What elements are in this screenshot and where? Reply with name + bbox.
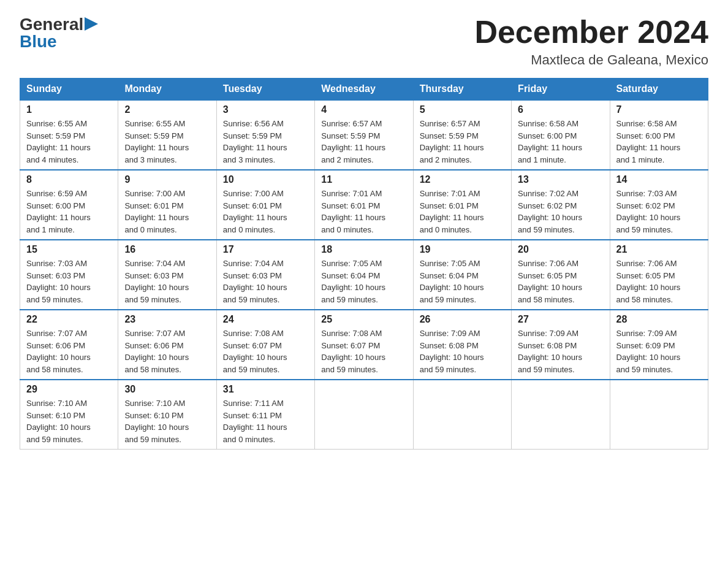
day-number: 11 [321, 174, 406, 185]
calendar-cell: 11 Sunrise: 7:01 AMSunset: 6:01 PMDaylig… [315, 170, 413, 240]
calendar-cell: 12 Sunrise: 7:01 AMSunset: 6:01 PMDaylig… [413, 170, 511, 240]
day-info: Sunrise: 7:07 AMSunset: 6:06 PMDaylight:… [124, 327, 210, 375]
day-number: 18 [321, 244, 406, 255]
page-header: General Blue December 2024 Maxtleca de G… [20, 15, 708, 68]
day-number: 7 [616, 104, 702, 115]
calendar-cell: 22 Sunrise: 7:07 AMSunset: 6:06 PMDaylig… [20, 310, 118, 380]
calendar-week-row-3: 15 Sunrise: 7:03 AMSunset: 6:03 PMDaylig… [20, 240, 708, 310]
day-number: 6 [518, 104, 603, 115]
svg-marker-0 [85, 17, 98, 31]
calendar-header-row: Sunday Monday Tuesday Wednesday Thursday… [20, 79, 708, 101]
day-number: 10 [223, 174, 308, 185]
day-info: Sunrise: 6:55 AMSunset: 5:59 PMDaylight:… [26, 118, 112, 166]
calendar-cell: 21 Sunrise: 7:06 AMSunset: 6:05 PMDaylig… [610, 240, 708, 310]
calendar-cell: 16 Sunrise: 7:04 AMSunset: 6:03 PMDaylig… [118, 240, 216, 310]
calendar-cell: 20 Sunrise: 7:06 AMSunset: 6:05 PMDaylig… [512, 240, 610, 310]
col-header-thursday: Thursday [413, 79, 511, 101]
day-info: Sunrise: 6:56 AMSunset: 5:59 PMDaylight:… [223, 118, 308, 166]
calendar-cell: 13 Sunrise: 7:02 AMSunset: 6:02 PMDaylig… [512, 170, 610, 240]
day-number: 2 [124, 104, 210, 115]
calendar-cell: 24 Sunrise: 7:08 AMSunset: 6:07 PMDaylig… [216, 310, 314, 380]
day-info: Sunrise: 7:01 AMSunset: 6:01 PMDaylight:… [420, 188, 505, 236]
day-info: Sunrise: 7:06 AMSunset: 6:05 PMDaylight:… [518, 258, 603, 305]
day-number: 1 [26, 104, 112, 115]
col-header-tuesday: Tuesday [216, 79, 314, 101]
day-info: Sunrise: 6:57 AMSunset: 5:59 PMDaylight:… [321, 118, 406, 166]
calendar-cell: 14 Sunrise: 7:03 AMSunset: 6:02 PMDaylig… [610, 170, 708, 240]
day-number: 30 [124, 384, 210, 395]
day-number: 17 [223, 244, 308, 255]
day-info: Sunrise: 7:00 AMSunset: 6:01 PMDaylight:… [223, 188, 308, 236]
day-info: Sunrise: 7:09 AMSunset: 6:08 PMDaylight:… [518, 327, 603, 375]
calendar-cell: 25 Sunrise: 7:08 AMSunset: 6:07 PMDaylig… [315, 310, 413, 380]
day-info: Sunrise: 6:58 AMSunset: 6:00 PMDaylight:… [518, 118, 603, 166]
calendar-cell: 23 Sunrise: 7:07 AMSunset: 6:06 PMDaylig… [118, 310, 216, 380]
calendar-cell: 28 Sunrise: 7:09 AMSunset: 6:09 PMDaylig… [610, 310, 708, 380]
calendar-table: Sunday Monday Tuesday Wednesday Thursday… [20, 78, 708, 450]
day-number: 3 [223, 104, 308, 115]
day-number: 20 [518, 244, 603, 255]
day-number: 22 [26, 314, 112, 325]
calendar-cell: 30 Sunrise: 7:10 AMSunset: 6:10 PMDaylig… [118, 380, 216, 450]
day-number: 8 [26, 174, 112, 185]
day-number: 21 [616, 244, 702, 255]
calendar-week-row-2: 8 Sunrise: 6:59 AMSunset: 6:00 PMDayligh… [20, 170, 708, 240]
calendar-cell: 29 Sunrise: 7:10 AMSunset: 6:10 PMDaylig… [20, 380, 118, 450]
day-number: 16 [124, 244, 210, 255]
day-number: 23 [124, 314, 210, 325]
day-number: 19 [420, 244, 505, 255]
logo-triangle-icon [85, 17, 98, 31]
day-info: Sunrise: 6:55 AMSunset: 5:59 PMDaylight:… [124, 118, 210, 166]
calendar-cell: 6 Sunrise: 6:58 AMSunset: 6:00 PMDayligh… [512, 100, 610, 170]
day-info: Sunrise: 6:59 AMSunset: 6:00 PMDaylight:… [26, 188, 112, 236]
day-info: Sunrise: 7:01 AMSunset: 6:01 PMDaylight:… [321, 188, 406, 236]
day-info: Sunrise: 7:08 AMSunset: 6:07 PMDaylight:… [321, 327, 406, 375]
calendar-week-row-4: 22 Sunrise: 7:07 AMSunset: 6:06 PMDaylig… [20, 310, 708, 380]
day-info: Sunrise: 6:58 AMSunset: 6:00 PMDaylight:… [616, 118, 702, 166]
page-subtitle: Maxtleca de Galeana, Mexico [474, 52, 708, 68]
calendar-cell: 17 Sunrise: 7:04 AMSunset: 6:03 PMDaylig… [216, 240, 314, 310]
calendar-cell: 8 Sunrise: 6:59 AMSunset: 6:00 PMDayligh… [20, 170, 118, 240]
calendar-cell: 4 Sunrise: 6:57 AMSunset: 5:59 PMDayligh… [315, 100, 413, 170]
calendar-cell: 26 Sunrise: 7:09 AMSunset: 6:08 PMDaylig… [413, 310, 511, 380]
day-info: Sunrise: 7:04 AMSunset: 6:03 PMDaylight:… [124, 258, 210, 305]
calendar-cell: 18 Sunrise: 7:05 AMSunset: 6:04 PMDaylig… [315, 240, 413, 310]
day-number: 14 [616, 174, 702, 185]
day-info: Sunrise: 7:07 AMSunset: 6:06 PMDaylight:… [26, 327, 112, 375]
day-info: Sunrise: 7:04 AMSunset: 6:03 PMDaylight:… [223, 258, 308, 305]
logo-blue-text: Blue [20, 32, 57, 51]
col-header-friday: Friday [512, 79, 610, 101]
calendar-cell: 27 Sunrise: 7:09 AMSunset: 6:08 PMDaylig… [512, 310, 610, 380]
col-header-sunday: Sunday [20, 79, 118, 101]
day-info: Sunrise: 7:09 AMSunset: 6:08 PMDaylight:… [420, 327, 505, 375]
day-info: Sunrise: 7:02 AMSunset: 6:02 PMDaylight:… [518, 188, 603, 236]
day-info: Sunrise: 7:10 AMSunset: 6:10 PMDaylight:… [124, 397, 210, 445]
calendar-cell: 31 Sunrise: 7:11 AMSunset: 6:11 PMDaylig… [216, 380, 314, 450]
calendar-cell: 3 Sunrise: 6:56 AMSunset: 5:59 PMDayligh… [216, 100, 314, 170]
day-number: 31 [223, 384, 308, 395]
day-number: 24 [223, 314, 308, 325]
day-number: 28 [616, 314, 702, 325]
col-header-monday: Monday [118, 79, 216, 101]
calendar-cell: 1 Sunrise: 6:55 AMSunset: 5:59 PMDayligh… [20, 100, 118, 170]
day-info: Sunrise: 6:57 AMSunset: 5:59 PMDaylight:… [420, 118, 505, 166]
day-number: 15 [26, 244, 112, 255]
calendar-week-row-5: 29 Sunrise: 7:10 AMSunset: 6:10 PMDaylig… [20, 380, 708, 450]
day-info: Sunrise: 7:03 AMSunset: 6:02 PMDaylight:… [616, 188, 702, 236]
col-header-wednesday: Wednesday [315, 79, 413, 101]
calendar-cell [413, 380, 511, 450]
day-number: 26 [420, 314, 505, 325]
day-info: Sunrise: 7:00 AMSunset: 6:01 PMDaylight:… [124, 188, 210, 236]
calendar-cell: 15 Sunrise: 7:03 AMSunset: 6:03 PMDaylig… [20, 240, 118, 310]
calendar-cell: 7 Sunrise: 6:58 AMSunset: 6:00 PMDayligh… [610, 100, 708, 170]
day-number: 27 [518, 314, 603, 325]
calendar-cell [315, 380, 413, 450]
day-info: Sunrise: 7:05 AMSunset: 6:04 PMDaylight:… [420, 258, 505, 305]
day-info: Sunrise: 7:11 AMSunset: 6:11 PMDaylight:… [223, 397, 308, 445]
col-header-saturday: Saturday [610, 79, 708, 101]
day-info: Sunrise: 7:09 AMSunset: 6:09 PMDaylight:… [616, 327, 702, 375]
day-info: Sunrise: 7:06 AMSunset: 6:05 PMDaylight:… [616, 258, 702, 305]
day-number: 5 [420, 104, 505, 115]
calendar-cell: 2 Sunrise: 6:55 AMSunset: 5:59 PMDayligh… [118, 100, 216, 170]
day-info: Sunrise: 7:05 AMSunset: 6:04 PMDaylight:… [321, 258, 406, 305]
